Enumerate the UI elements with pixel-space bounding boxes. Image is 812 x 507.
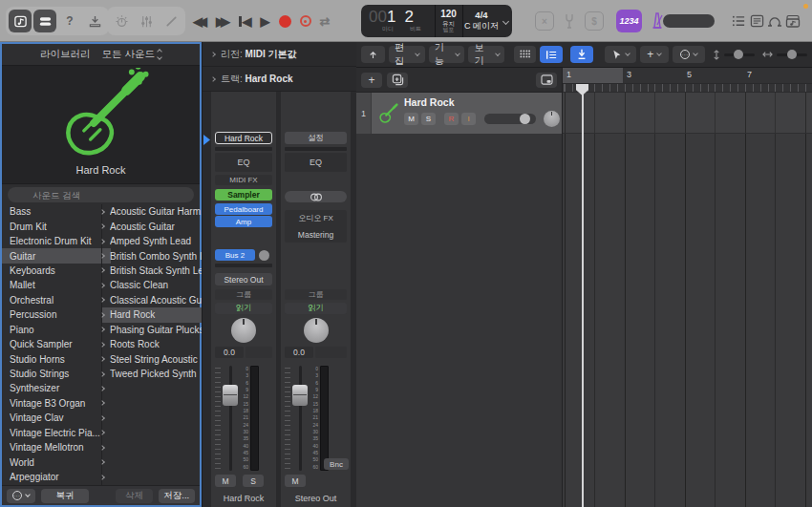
pointer-tool-menu[interactable] [605, 46, 635, 63]
delete-button[interactable]: 삭제 [116, 489, 152, 503]
track-lane-1[interactable] [563, 93, 812, 134]
library-category-item[interactable]: Drum Kit [2, 219, 111, 233]
apple-loops-button[interactable] [766, 12, 783, 30]
record-button[interactable] [279, 15, 291, 28]
loop-button[interactable]: ⇄ [320, 15, 331, 28]
add-track-button[interactable]: + [361, 73, 382, 88]
save-button[interactable]: 저장... [159, 489, 195, 503]
lcd-menu-chevron[interactable] [500, 5, 512, 37]
track-row[interactable]: 1 Hard Rock M S R I [356, 93, 562, 134]
send-knob[interactable] [259, 250, 269, 261]
library-category-item[interactable]: Mallet [2, 278, 111, 292]
snap-grid-button[interactable] [514, 46, 536, 63]
library-category-item[interactable]: Quick Sampler [2, 337, 111, 351]
count-in-button[interactable]: 1234 [616, 10, 642, 32]
channel-setting-button[interactable]: Hard Rock [215, 132, 272, 144]
volume-value[interactable]: 0.0 [215, 347, 244, 358]
volume-value[interactable]: 0.0 [285, 347, 313, 358]
pan-knob[interactable] [304, 318, 329, 343]
search-input[interactable] [8, 187, 194, 202]
audio-fx-slot-2[interactable]: Amp [215, 216, 272, 227]
track-input-monitor-button[interactable]: I [461, 113, 476, 125]
stereo-plugin-slot[interactable] [285, 191, 347, 202]
fader-cap[interactable] [223, 385, 238, 406]
volume-fader[interactable] [292, 366, 308, 471]
forward-button[interactable]: ▶▶ [216, 15, 230, 28]
library-category-item[interactable]: Vintage Electric Pia... [2, 426, 111, 440]
instrument-slot[interactable]: Sampler [215, 189, 272, 201]
lcd-display[interactable]: 0012 마디 비트 120 유지 템포 4/4 C 메이저 [361, 5, 512, 37]
group-slot[interactable]: 그룹 [285, 289, 347, 300]
list-editors-button[interactable] [730, 12, 747, 30]
library-category-item[interactable]: Orchestral [2, 293, 111, 307]
bar-ruler[interactable]: 1357 [563, 68, 812, 84]
library-category-item[interactable]: Bass [2, 204, 111, 219]
pencil-button[interactable] [160, 10, 182, 32]
track-name[interactable]: Hard Rock [404, 96, 562, 108]
pan-knob[interactable] [231, 318, 256, 343]
tuning-fork-button[interactable] [560, 11, 579, 31]
library-category-item[interactable]: Studio Strings [2, 367, 111, 381]
automation-mode-button[interactable]: 읽기 [285, 303, 347, 314]
catch-playhead-button[interactable] [570, 46, 593, 63]
track-options-menu[interactable]: ··· [673, 46, 705, 63]
functions-menu[interactable]: 기능 [429, 46, 465, 63]
note-pads-button[interactable] [748, 12, 765, 30]
track-header-config-button[interactable] [536, 73, 557, 88]
revert-button[interactable]: 복귀 [41, 489, 90, 503]
mastering-slot[interactable]: Mastering [298, 230, 333, 240]
track-record-enable-button[interactable]: R [444, 113, 459, 125]
library-category-item[interactable]: Percussion [2, 307, 111, 322]
solo-button[interactable]: S [243, 475, 264, 487]
bounce-button[interactable]: Bnc [324, 458, 349, 470]
slider-thumb[interactable] [520, 114, 530, 124]
audio-fx-section[interactable]: 오디오 FX Mastering [285, 210, 347, 243]
library-category-item[interactable]: Keyboards [2, 264, 111, 278]
send-slot[interactable]: Bus 2 [215, 249, 255, 261]
library-category-item[interactable]: Arpeggiator [2, 470, 111, 484]
mixer-button[interactable] [135, 10, 158, 32]
library-category-item[interactable]: Vintage Mellotron [2, 440, 111, 454]
eq-thumbnail[interactable]: EQ [215, 153, 272, 172]
badge-s-button[interactable]: $ [585, 11, 604, 31]
library-category-item[interactable]: Guitar [2, 248, 111, 263]
library-category-item[interactable]: Piano [2, 323, 111, 337]
track-mute-button[interactable]: M [404, 113, 418, 125]
track-volume-slider[interactable] [484, 114, 536, 124]
tuner-button[interactable] [110, 10, 133, 32]
output-setting-button[interactable]: 설정 [285, 132, 347, 144]
vertical-zoom-slider[interactable] [713, 50, 755, 60]
track-list-empty-area[interactable] [356, 134, 562, 507]
volume-fader[interactable] [223, 366, 238, 471]
play-button[interactable]: ▶ [261, 15, 270, 28]
library-category-item[interactable]: Electronic Drum Kit [2, 234, 111, 248]
slider-thumb[interactable] [734, 50, 743, 59]
view-menu[interactable]: 보기 [468, 46, 504, 63]
library-category-item[interactable]: Synthesizer [2, 381, 111, 395]
library-category-item[interactable]: World [2, 454, 111, 469]
master-volume-slider[interactable] [663, 14, 715, 28]
edit-menu[interactable]: 편집 [389, 46, 425, 63]
library-action-menu-button[interactable]: ··· [7, 489, 35, 503]
badge-x-button[interactable]: × [535, 11, 554, 31]
mute-button[interactable]: M [215, 475, 236, 487]
cycle-record-button[interactable] [300, 15, 311, 27]
library-toggle-button[interactable] [9, 10, 32, 32]
audio-fx-slot-1[interactable]: Pedalboard [215, 203, 272, 215]
track-pan-knob[interactable] [544, 111, 560, 127]
quick-help-button[interactable]: ? [58, 10, 81, 32]
duplicate-track-button[interactable] [387, 73, 408, 88]
library-filter-menu[interactable]: 모든 사운드 [102, 48, 161, 61]
automation-mode-button[interactable]: 읽기 [215, 303, 272, 314]
output-slot[interactable]: Stereo Out [215, 273, 272, 285]
midi-fx-slot[interactable]: MIDI FX [215, 175, 272, 185]
group-slot[interactable]: 그룹 [215, 289, 272, 300]
track-solo-button[interactable]: S [421, 113, 436, 125]
horizontal-zoom-slider[interactable] [762, 51, 807, 58]
rewind-button[interactable]: ◀◀ [193, 15, 207, 28]
inspector-toggle-button[interactable] [33, 10, 56, 32]
region-inspector-header[interactable]: 리전: MIDI 기본값 [203, 42, 356, 67]
lane-area[interactable] [563, 93, 812, 507]
eq-thumbnail[interactable]: EQ [285, 153, 347, 172]
drag-mode-button[interactable] [540, 46, 563, 63]
